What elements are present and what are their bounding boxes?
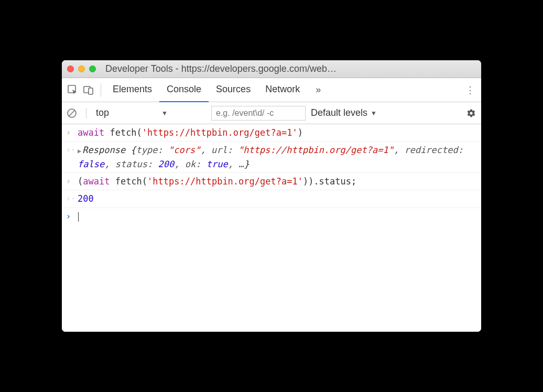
prompt-chevron-icon: › — [66, 210, 78, 223]
output-chevron-icon: ‹· — [66, 143, 78, 156]
levels-label: Default levels — [311, 107, 367, 118]
svg-rect-2 — [89, 88, 93, 94]
console-object[interactable]: ▶Response {type: "cors", url: "https://h… — [78, 143, 477, 171]
console-output-row: ‹· 200 — [62, 190, 481, 208]
chevron-down-icon: ▼ — [161, 110, 168, 117]
console-input[interactable] — [78, 210, 477, 223]
console-output-row: ‹· ▶Response {type: "cors", url: "https:… — [62, 141, 481, 173]
gear-icon[interactable] — [466, 108, 476, 118]
console-code: (await fetch('https://httpbin.org/get?a=… — [78, 175, 477, 188]
console-input-row: › (await fetch('https://httpbin.org/get?… — [62, 173, 481, 190]
tab-network[interactable]: Network — [258, 78, 307, 102]
console-code: await fetch('https://httpbin.org/get?a=1… — [78, 126, 477, 139]
filter-input[interactable] — [211, 106, 306, 121]
context-label: top — [96, 107, 109, 118]
caret — [78, 212, 79, 222]
context-selector[interactable]: top ▼ — [96, 107, 206, 118]
inspect-element-icon[interactable] — [65, 82, 81, 98]
log-levels-selector[interactable]: Default levels ▼ — [311, 107, 377, 118]
clear-console-icon[interactable] — [67, 108, 77, 118]
tab-elements[interactable]: Elements — [105, 78, 159, 102]
tabs-overflow-button[interactable]: » — [310, 84, 326, 95]
titlebar: Developer Tools - https://developers.goo… — [62, 60, 481, 78]
input-chevron-icon: › — [66, 126, 78, 139]
maximize-window-button[interactable] — [89, 66, 96, 72]
console-value: 200 — [78, 192, 477, 205]
tab-console[interactable]: Console — [159, 78, 209, 102]
chevron-down-icon: ▼ — [371, 110, 377, 117]
tabbar: Elements Console Sources Network » ⋮ — [62, 78, 481, 102]
kebab-menu-icon[interactable]: ⋮ — [462, 84, 478, 96]
close-window-button[interactable] — [67, 66, 74, 72]
divider — [101, 83, 101, 97]
window-title: Developer Tools - https://developers.goo… — [105, 63, 476, 74]
console-prompt-row[interactable]: › — [62, 208, 481, 225]
devtools-window: Developer Tools - https://developers.goo… — [62, 60, 481, 332]
device-toolbar-icon[interactable] — [81, 82, 96, 98]
console-toolbar: top ▼ Default levels ▼ — [62, 102, 481, 124]
console-output: › await fetch('https://httpbin.org/get?a… — [62, 124, 481, 332]
console-input-row: › await fetch('https://httpbin.org/get?a… — [62, 124, 481, 141]
expand-triangle-icon[interactable]: ▶ — [78, 147, 81, 155]
tab-sources[interactable]: Sources — [209, 78, 258, 102]
traffic-lights — [67, 66, 96, 72]
input-chevron-icon: › — [66, 175, 78, 188]
divider — [86, 108, 86, 118]
output-chevron-icon: ‹· — [66, 192, 78, 205]
minimize-window-button[interactable] — [78, 66, 85, 72]
